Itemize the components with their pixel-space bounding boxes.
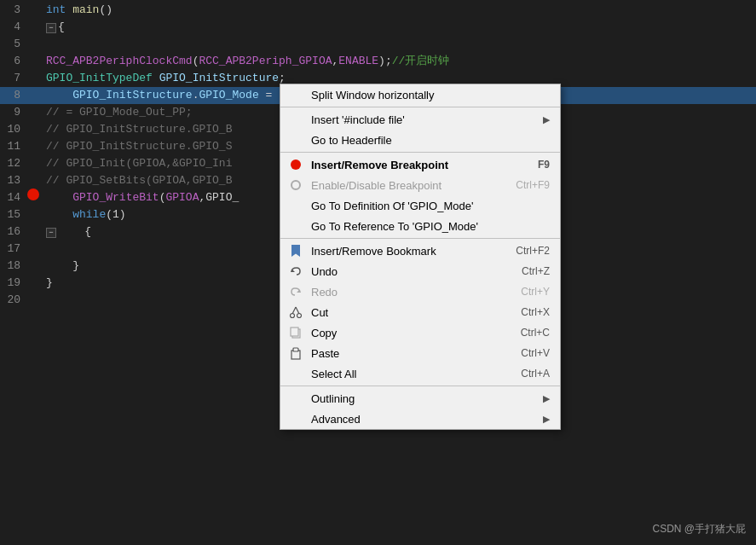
menu-icon-none [287, 86, 304, 103]
token-grey: // GPIO_InitStructure.GPIO_B [46, 123, 232, 136]
menu-icon-paste [287, 345, 304, 362]
menu-item-go-to-header[interactable]: Go to Headerfile [280, 130, 560, 150]
line-number: 13 [0, 172, 27, 189]
menu-item-label: Go to Headerfile [311, 134, 392, 147]
token-type: GPIO_InitTypeDef [46, 72, 153, 84]
token-n: { [58, 225, 91, 238]
menu-item-label: Redo [311, 286, 338, 299]
token-n [46, 191, 72, 204]
fold-indicator[interactable]: − [46, 228, 56, 238]
line-number: 20 [0, 292, 27, 309]
menu-icon-undo [287, 263, 304, 280]
menu-item-outlining[interactable]: Outlining▶ [280, 388, 560, 409]
token-grey: // GPIO_SetBits(GPIOA,GPIO_B [46, 174, 232, 187]
menu-item-cut[interactable]: CutCtrl+X [280, 302, 560, 322]
line-number: 5 [0, 36, 27, 53]
menu-item-insert-include[interactable]: Insert '#include file'▶ [280, 109, 560, 130]
menu-icon-none [287, 390, 304, 407]
menu-icon-none [287, 217, 304, 235]
menu-item-label: Enable/Disable Breakpoint [311, 179, 441, 192]
menu-item-undo[interactable]: UndoCtrl+Z [280, 261, 560, 281]
context-menu: Split Window horizontallyInsert '#includ… [280, 84, 561, 430]
token-cncmt: //开启时钟 [392, 55, 450, 67]
menu-item-label: Paste [311, 347, 339, 360]
line-number: 3 [0, 2, 27, 19]
token-n: ; [279, 72, 286, 84]
code-line: 5 [0, 36, 756, 53]
svg-line-2 [292, 307, 296, 314]
line-content: −{ [43, 19, 756, 36]
token-macro: GPIOA [165, 191, 199, 204]
line-number: 11 [0, 138, 27, 155]
menu-icon-none [287, 197, 304, 214]
menu-item-split-window[interactable]: Split Window horizontally [280, 84, 560, 105]
menu-item-label: Advanced [311, 413, 361, 426]
menu-item-select-all[interactable]: Select AllCtrl+A [280, 363, 560, 384]
line-content: int main() [43, 2, 756, 19]
svg-point-0 [291, 314, 295, 318]
menu-item-label: Undo [311, 265, 338, 278]
menu-item-label: Go To Definition Of 'GPIO_Mode' [311, 200, 473, 212]
menu-item-insert-breakpoint[interactable]: Insert/Remove BreakpointF9 [280, 154, 560, 175]
token-n [46, 208, 72, 221]
token-n: = [259, 89, 273, 101]
svg-line-3 [296, 307, 299, 314]
line-number: 7 [0, 70, 27, 87]
line-number: 4 [0, 19, 27, 36]
menu-icon-cut [287, 304, 304, 321]
token-n [46, 89, 72, 101]
token-kw: int [46, 3, 66, 16]
token-n: ); [378, 55, 392, 67]
token-n: { [58, 20, 65, 33]
menu-separator [280, 386, 560, 386]
line-number: 10 [0, 121, 27, 138]
menu-item-redo: RedoCtrl+Y [280, 281, 560, 302]
fold-indicator[interactable]: − [46, 23, 56, 33]
token-grey: // GPIO_Init(GPIOA,&GPIO_Ini [46, 157, 232, 170]
menu-item-copy[interactable]: CopyCtrl+C [280, 322, 560, 343]
token-grey: // = GPIO_Mode_Out_PP; [46, 106, 193, 119]
menu-item-label: Split Window horizontally [311, 89, 435, 101]
menu-item-label: Select All [311, 368, 356, 380]
menu-item-label: Go To Reference To 'GPIO_Mode' [311, 220, 478, 233]
menu-item-paste[interactable]: PasteCtrl+V [280, 343, 560, 363]
code-line: 3int main() [0, 2, 756, 19]
menu-icon-none [287, 131, 304, 148]
token-macro: GPIO_WriteBit [72, 191, 159, 204]
menu-shortcut: Ctrl+Y [504, 286, 550, 298]
menu-icon-none [287, 410, 304, 427]
svg-point-1 [297, 314, 302, 318]
token-kw: while [72, 208, 106, 221]
submenu-arrow-icon: ▶ [543, 393, 550, 404]
menu-shortcut: Ctrl+V [504, 347, 550, 359]
menu-item-enable-breakpoint: Enable/Disable BreakpointCtrl+F9 [280, 175, 560, 195]
code-line: 6RCC_APB2PeriphClockCmd(RCC_APB2Periph_G… [0, 53, 756, 70]
code-line: 4−{ [0, 19, 756, 36]
token-n: (1) [106, 208, 125, 221]
token-param: GPIO_InitStructure [159, 72, 279, 84]
menu-item-go-to-definition[interactable]: Go To Definition Of 'GPIO_Mode' [280, 195, 560, 216]
menu-shortcut: Ctrl+F2 [499, 245, 550, 257]
menu-icon-bookmark [287, 242, 304, 259]
menu-item-insert-bookmark[interactable]: Insert/Remove BookmarkCtrl+F2 [280, 241, 560, 261]
line-number: 18 [0, 258, 27, 275]
menu-item-label: Insert/Remove Breakpoint [311, 159, 448, 171]
token-macro: RCC_APB2PeriphClockCmd [46, 55, 193, 67]
menu-item-label: Outlining [311, 392, 355, 405]
submenu-arrow-icon: ▶ [543, 414, 550, 425]
submenu-arrow-icon: ▶ [543, 114, 550, 125]
menu-shortcut: Ctrl+F9 [499, 179, 550, 191]
menu-separator [280, 107, 560, 107]
menu-item-go-to-reference[interactable]: Go To Reference To 'GPIO_Mode' [280, 216, 560, 236]
svg-rect-7 [293, 348, 298, 351]
token-n: } [46, 276, 53, 289]
menu-shortcut: Ctrl+X [504, 306, 550, 318]
token-grey: // GPIO_InitStructure.GPIO_S [46, 140, 232, 153]
menu-item-label: Copy [311, 327, 337, 339]
line-number: 12 [0, 155, 27, 172]
menu-item-label: Insert '#include file' [311, 113, 405, 126]
line-content: RCC_APB2PeriphClockCmd(RCC_APB2Periph_GP… [43, 53, 756, 70]
menu-item-advanced[interactable]: Advanced▶ [280, 409, 560, 429]
menu-icon-breakpoint [287, 156, 304, 173]
token-param: GPIO_InitStructure [72, 89, 192, 101]
